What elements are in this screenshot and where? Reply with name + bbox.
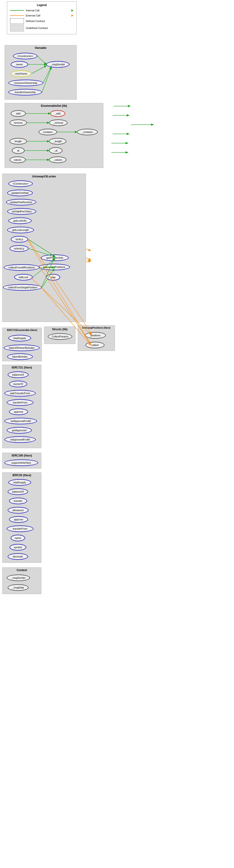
ierc20-group: IERC20 (iface) totalSupply balanceOf tra… [2,472,41,563]
svg-line-21 [42,67,51,92]
ierc721-enum-title: IERC721Enumerable (iface) [3,328,42,332]
get-lock-length-node[interactable]: getLockLength [7,227,34,233]
symbol-node[interactable]: symbol [9,544,26,551]
name-node[interactable]: name [11,535,25,541]
transfer-from-20-node[interactable]: transferFrom [7,525,33,532]
iuniswap-positions-group: IUniswapPositions (iface) positions coll… [78,326,115,351]
balance-of-node[interactable]: balanceOf [8,371,29,378]
legend-item-defined: Defined Contract [10,18,74,24]
iuniswap-positions-title: IUniswapPositions (iface) [78,326,115,330]
type-node[interactable]: type [46,274,60,280]
collect-node[interactable]: collect [85,342,104,348]
approve-20-node[interactable]: approve [9,516,28,523]
legend-title: Legend [10,3,74,7]
approve-node[interactable]: approve [9,408,28,415]
uniswap-group: UniswapV3Locker <Constructor> updateFeeR… [2,174,86,322]
set-valid-fee-token-node[interactable]: setValidFeeToken [7,208,36,215]
length-node[interactable]: length [9,138,27,145]
transfer-node[interactable]: transfer [9,498,27,504]
get-approved-node[interactable]: getApproved [7,427,32,434]
legend-item-undefined: Undefined Contract [10,25,74,31]
remove-node[interactable]: remove [9,120,27,126]
get-locked-positions-node[interactable]: getLockedPositions [38,264,70,270]
unlock-lp-node[interactable]: unlockLp [9,245,29,252]
ierc20-title: IERC20 (iface) [3,473,41,477]
contains-node[interactable]: contains [38,129,57,135]
collect-single-position-node[interactable]: collectFromSinglePosition [3,284,42,291]
_length-node[interactable]: _length [49,138,67,145]
_contains-node[interactable]: _contains [77,129,98,135]
svg-line-20 [43,67,51,83]
internal-call-line [10,10,24,11]
structs-title: Structs (lib) [44,327,75,332]
positions-node[interactable]: positions [85,332,106,339]
edit-lock-node[interactable]: editLock [14,274,33,280]
allowance-node[interactable]: allowance [8,507,29,514]
constructor-uniswap-node[interactable]: <Constructor> [8,180,33,187]
legend-external-label: External Call [26,14,40,17]
enumerable-set-title: EnumerableSet (lib) [5,103,103,108]
constructor-ownable-node[interactable]: <Constructor> [13,53,37,59]
transfer-ownership-node[interactable]: transferOwnership [8,89,42,95]
_remove-node[interactable]: _remove [49,120,68,126]
at-node[interactable]: at [12,147,25,154]
decimals-node[interactable]: decimals [8,553,28,560]
ierc721-enum-group: IERC721Enumerable (iface) totalSupply to… [2,328,42,361]
owner-node[interactable]: owner [11,61,28,68]
update-fee-receiver-node[interactable]: updateFeeReceiver [6,199,36,206]
update-fee-rate-node[interactable]: updateFeeRate [7,190,33,196]
internal-arrow-icon: ➤ [71,8,74,12]
owner-of-node[interactable]: ownerOf [9,381,27,387]
renounce-ownership-node[interactable]: renounceOwnership [8,80,43,86]
is-approved-for-all-node[interactable]: isApprovedForAll [4,436,36,443]
safe-transfer-from-node[interactable]: safeTransferFrom [4,390,36,397]
ownable-group: Ownable <Constructor> owner _msgSender o… [5,45,77,100]
only-owner-node[interactable]: onlyOwner [11,70,32,77]
diagram-container: Legend Internal Call ➤ External Call ➤ D… [0,0,234,868]
context-group: Context _msgSender _msgData [2,567,41,594]
values-node[interactable]: values [9,157,26,163]
msg-sender-ownable-node[interactable]: _msgSender [46,61,70,68]
_at-node[interactable]: _at [49,147,62,154]
msg-sender-ctx-node[interactable]: _msgSender [7,575,30,581]
legend-undefined-label: Undefined Contract [26,27,48,29]
get-lock-info-node[interactable]: getLockInfo [8,217,32,224]
defined-contract-box [10,18,24,24]
total-supply-20-node[interactable]: totalSupply [8,479,31,486]
transfer-from-node[interactable]: transferFrom [7,399,33,406]
external-call-line [10,15,24,16]
legend-internal-label: Internal Call [26,9,40,12]
lock-lp-node[interactable]: lockLp [11,236,28,243]
collect-all-positions-node[interactable]: collectFromAllPositions [4,264,40,271]
legend-box: Legend Internal Call ➤ External Call ➤ D… [7,1,77,34]
get-position-info-node[interactable]: getPositionInfo [41,254,69,261]
add-node[interactable]: add [11,110,26,117]
svg-line-33 [42,258,54,286]
supports-interface-node[interactable]: supportsInterface [4,460,38,466]
collect-params-node[interactable]: CollectParams [48,333,72,340]
ierc721-title: IERC721 (iface) [3,365,41,370]
ierc721-group: IERC721 (iface) balanceOf ownerOf safeTr… [2,365,41,448]
ierc165-title: IERC165 (iface) [3,453,41,458]
svg-line-28 [28,239,55,256]
_values-node[interactable]: _values [49,157,67,163]
context-title: Context [3,568,41,572]
legend-item-internal: Internal Call ➤ [10,8,74,12]
total-supply-node[interactable]: totalSupply [8,335,31,341]
token-by-index-node[interactable]: tokenByIndex [7,353,33,360]
structs-group: Structs (lib) CollectParams [44,327,75,344]
legend-defined-label: Defined Contract [26,20,45,23]
undefined-contract-box [10,25,24,31]
balance-of-20-node[interactable]: balanceOf [8,489,28,495]
external-arrow-icon: ➤ [71,13,74,18]
svg-line-19 [32,66,46,74]
msg-data-node[interactable]: _msgData [8,584,29,591]
legend-item-external: External Call ➤ [10,13,74,18]
ierc165-group: IERC165 (iface) supportsInterface [2,453,41,468]
set-approval-for-all-node[interactable]: setApprovalForAll [4,418,37,424]
token-of-owner-by-index-node[interactable]: tokenOfOwnerByIndex [4,345,40,351]
uniswap-title: UniswapV3Locker [3,174,86,179]
ownable-title: Ownable [5,45,76,50]
_add-node[interactable]: _add [50,110,65,117]
enumerable-set-group: EnumerableSet (lib) add _add remove _rem… [5,103,103,168]
